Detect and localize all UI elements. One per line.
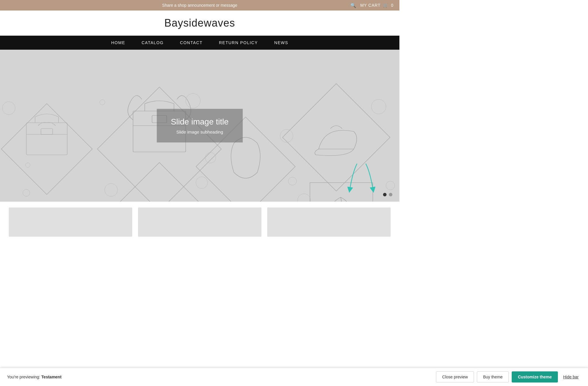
nav-item-home[interactable]: HOME	[103, 36, 133, 50]
store-title-bar: Baysidewaves	[0, 11, 399, 36]
store-title: Baysidewaves	[6, 17, 394, 29]
nav-item-return-policy[interactable]: RETURN POLICY	[211, 36, 266, 50]
slider-dot-1[interactable]	[383, 193, 387, 196]
nav-item-contact[interactable]: CONTACT	[172, 36, 211, 50]
products-row	[0, 202, 399, 237]
announcement-bar: Share a shop announcement or message 🔍 M…	[0, 0, 399, 11]
slide-overlay: Slide image title Slide image subheading	[157, 109, 243, 143]
product-card-3[interactable]	[267, 207, 391, 237]
customize-arrow	[347, 161, 376, 196]
nav-item-news[interactable]: NEWS	[266, 36, 296, 50]
slider-dots	[383, 193, 392, 196]
slider-dot-2[interactable]	[389, 193, 392, 196]
hero-slider: Slide image title Slide image subheading	[0, 50, 399, 202]
header-right-icons: 🔍 MY CART 🛒 0	[350, 3, 394, 8]
main-nav: HOME CATALOG CONTACT RETURN POLICY NEWS	[0, 36, 399, 50]
product-card-1[interactable]	[9, 207, 132, 237]
cart-icon: 🛒	[383, 3, 388, 8]
announcement-text: Share a shop announcement or message	[162, 3, 237, 8]
product-card-2[interactable]	[138, 207, 261, 237]
search-icon[interactable]: 🔍	[350, 3, 356, 8]
slide-subheading: Slide image subheading	[171, 129, 229, 134]
slide-title: Slide image title	[171, 117, 229, 127]
nav-item-catalog[interactable]: CATALOG	[133, 36, 172, 50]
cart-label[interactable]: MY CART 🛒 0	[360, 3, 394, 8]
